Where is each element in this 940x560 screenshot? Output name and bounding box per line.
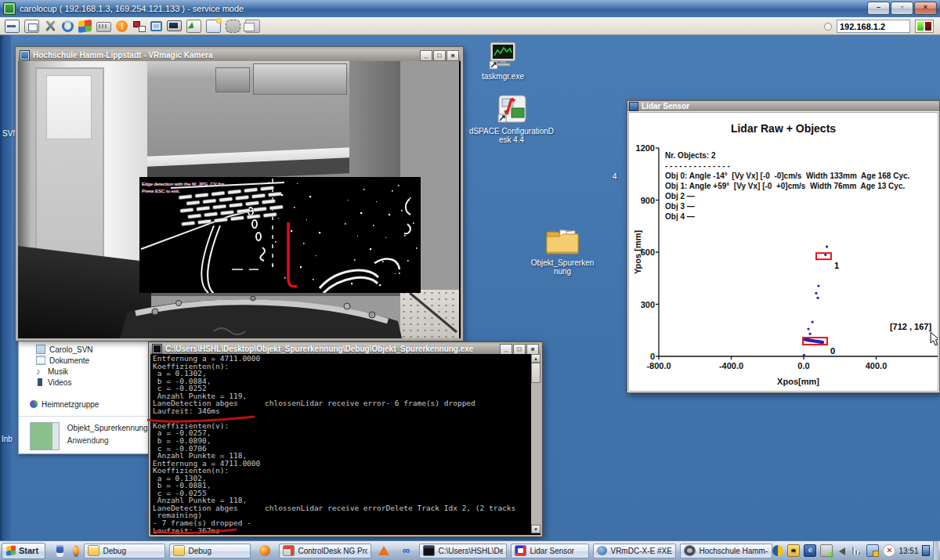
taskmgr-icon [487, 41, 519, 70]
svg-text:0: 0 [830, 346, 835, 356]
taskbar-task-debug[interactable]: Debug [169, 544, 251, 558]
task-label: Debug [188, 547, 211, 555]
console-title-bar[interactable]: C:\Users\HSHL\Desktop\Objekt_Spurerkennu… [150, 344, 540, 354]
scroll-down-arrow[interactable]: ▼ [531, 525, 540, 533]
taskbar-task-debug[interactable]: Debug [84, 544, 165, 558]
remote-toolbar [0, 17, 940, 35]
desktop-icon-taskmgr[interactable]: taskmgr.exe [470, 41, 536, 81]
show-desktop-button[interactable] [933, 541, 938, 560]
file-name: Objekt_Spurerkennung.e [67, 424, 154, 432]
connection-radio[interactable] [824, 23, 832, 31]
camera-window: Hochschule Hamm-Lippstadt - VRmagic Kame… [16, 47, 463, 341]
console-maximize-button[interactable]: □ [513, 344, 526, 355]
file-preview-icon [30, 422, 60, 450]
folder-icon [88, 545, 99, 556]
minimize-button[interactable]: – [867, 2, 890, 15]
lidar-window-title-bar[interactable]: Lidar Sensor [627, 101, 939, 111]
camera-window-icon [20, 50, 30, 60]
lidar-window-title: Lidar Sensor [642, 102, 689, 110]
scissors-icon[interactable] [44, 20, 57, 32]
fullscreen-icon[interactable] [150, 21, 162, 31]
console-window-icon [152, 344, 162, 354]
taskbar-task-vrmdc-x-e-xem7ar-s[interactable]: VRmDC-X-E #XEM7AR S... [593, 544, 676, 558]
svg-text:[712 , 167]: [712 , 167] [890, 322, 932, 331]
explorer-item-label: Dokumente [49, 356, 89, 365]
task-label: Lidar Sensor [530, 547, 574, 555]
taskbar-task-matlab[interactable] [375, 544, 392, 558]
explorer-window[interactable]: Carolo_SVNDokumente♪MusikVideos Heimnetz… [18, 335, 155, 454]
console-minimize-button[interactable]: _ [500, 344, 512, 355]
chat-windows-icon[interactable] [245, 20, 260, 33]
explorer-detail-pane: Objekt_Spurerkennung.e Anwendung [19, 417, 154, 450]
camera-minimize-button[interactable]: _ [420, 50, 432, 61]
windows-logo-icon[interactable] [78, 20, 92, 33]
tray-network-signal-icon[interactable] [851, 545, 862, 556]
explorer-group-heimnetzgruppe[interactable]: Heimnetzgruppe [19, 388, 154, 411]
tray-vrmagic-icon[interactable]: e [804, 544, 816, 557]
tray-pc-update-icon[interactable] [866, 544, 879, 557]
lidar-chart: Lidar Raw + Objects 03006009001200-800.0… [628, 112, 938, 392]
scroll-up-arrow[interactable]: ▲ [531, 354, 540, 363]
maximize-button[interactable]: ▫ [891, 2, 913, 15]
desktop-icon-objekt-spurerkennung[interactable]: Objekt_Spurerkennung [530, 226, 595, 276]
monitor-icon[interactable] [167, 20, 182, 31]
tray-eye-icon[interactable] [787, 544, 800, 557]
camera-close-button[interactable]: × [446, 50, 459, 61]
vrm-icon [597, 546, 607, 555]
monitor-pulse-icon[interactable] [5, 20, 20, 33]
region-select-icon[interactable] [226, 20, 240, 33]
document-icon [36, 356, 45, 365]
tray-net-disabled-icon[interactable]: × [883, 544, 895, 557]
camera-window-title-bar[interactable]: Hochschule Hamm-Lippstadt - VRmagic Kame… [18, 49, 461, 61]
desktop-monitor-icon[interactable] [922, 545, 931, 556]
explorer-item-label: Carolo_SVN [49, 345, 93, 354]
taskbar-task-infinity[interactable]: ∞ [396, 544, 415, 558]
network-squares-icon[interactable] [132, 20, 146, 32]
window-new-icon[interactable] [206, 20, 221, 33]
refresh-icon[interactable] [62, 20, 74, 32]
tray-speaker-icon[interactable] [837, 545, 848, 556]
file-type: Anwendung [67, 436, 154, 445]
tray-usb-ok-icon[interactable] [820, 544, 833, 557]
taskbar[interactable]: Start DebugDebugControlDesk NG Project..… [0, 540, 940, 560]
console-scrollbar[interactable]: ▲ ▼ [531, 354, 540, 533]
start-button[interactable]: Start [2, 543, 45, 559]
console-output: Entfernung a = 4711.0000 Koeffizienten(n… [153, 355, 530, 533]
explorer-item-videos[interactable]: Videos [19, 377, 154, 388]
quicklaunch-orb-icon[interactable] [73, 545, 80, 557]
taskbar-task-lidar-sensor[interactable]: Lidar Sensor [511, 544, 589, 558]
explorer-item-musik[interactable]: ♪Musik [19, 366, 154, 377]
svg-text:0.0: 0.0 [797, 361, 809, 370]
close-button[interactable]: × [914, 2, 937, 15]
taskbar-task-c-users-hshl-desktop[interactable]: C:\Users\HSHL\Desktop... [419, 544, 507, 558]
explorer-item-carolo_svn[interactable]: Carolo_SVN [19, 344, 154, 355]
camera-maximize-button[interactable]: □ [433, 50, 446, 61]
taskbar-task-hochschule-hamm-lipps[interactable]: Hochschule Hamm-Lipps... [680, 544, 772, 558]
tray-dspace-icon[interactable] [772, 545, 783, 556]
desktop-edge-strip [0, 35, 11, 540]
svg-text:0: 0 [650, 352, 655, 361]
controldesk-icon [283, 545, 295, 556]
alert-icon[interactable] [116, 20, 128, 32]
console-icon [423, 545, 435, 556]
task-label: Hochschule Hamm-Lipps... [699, 547, 768, 555]
svg-text:Ypos [mm]: Ypos [mm] [633, 230, 642, 275]
infinity-icon: ∞ [400, 546, 412, 555]
keyboard-icon[interactable] [96, 22, 111, 32]
folder-icon [173, 545, 185, 556]
quicklaunch-save-icon[interactable] [56, 545, 63, 557]
explorer-item-dokumente[interactable]: Dokumente [19, 355, 154, 366]
taskbar-task-controldesk-ng-project[interactable]: ControlDesk NG Project... [279, 544, 371, 558]
task-label: Debug [103, 547, 125, 555]
vnc-app-icon [3, 2, 16, 15]
scroll-thumb[interactable] [531, 363, 540, 383]
transfer-arrow-icon[interactable] [186, 20, 201, 33]
taskbar-task-firefox[interactable] [255, 544, 275, 558]
svg-text:900: 900 [641, 196, 655, 205]
desktop-icon-dspace[interactable]: dSPACE ConfigurationDesk 4.4 [468, 94, 555, 144]
desktop-label-fragment: Inb [2, 435, 13, 443]
address-input[interactable] [837, 20, 910, 33]
console-close-button[interactable]: × [526, 344, 539, 355]
window-copy-icon[interactable] [24, 20, 39, 33]
remote-title-bar[interactable]: carolocup ( 192.168.1.3, 169.254.121.133… [0, 0, 940, 18]
